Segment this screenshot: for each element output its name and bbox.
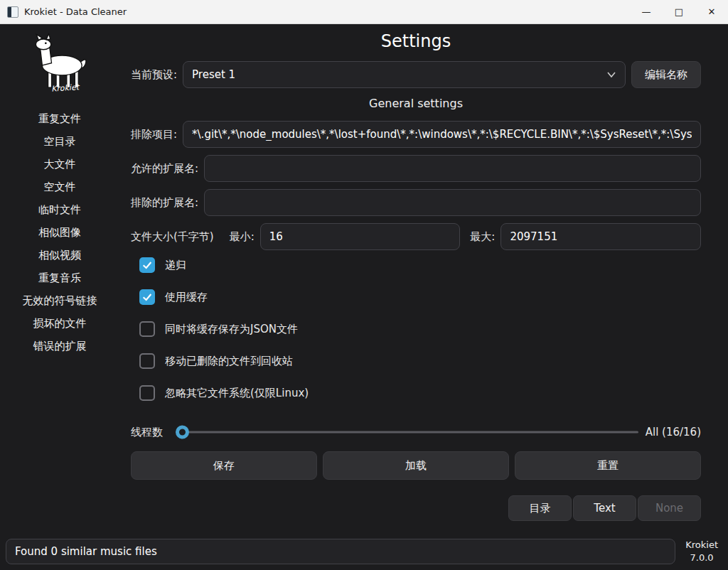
sidebar-item-similar-videos[interactable]: 相似视频: [0, 244, 119, 267]
move-to-trash-label: 移动已删除的文件到回收站: [165, 355, 293, 368]
sidebar-item-empty-dirs[interactable]: 空目录: [0, 130, 119, 153]
threads-label: 线程数: [131, 426, 163, 439]
file-size-row: 文件大小(千字节) 最小: 最大:: [131, 223, 701, 250]
json-cache-label: 同时将缓存保存为JSON文件: [165, 323, 298, 336]
app-name: Krokiet: [685, 539, 718, 552]
excluded-extensions-row: 排除的扩展名:: [131, 189, 701, 216]
status-message-input[interactable]: [6, 539, 675, 564]
logo-text: Krokiet: [51, 82, 80, 94]
use-cache-row: 使用缓存: [139, 289, 701, 305]
main-area: Krokiet 重复文件 空目录 大文件 空文件 临时文件 相似图像 相似视频 …: [0, 24, 728, 533]
sidebar-item-bad-extensions[interactable]: 错误的扩展: [0, 335, 119, 357]
max-size-input[interactable]: [500, 223, 701, 250]
recursive-label: 递归: [165, 259, 186, 272]
chevron-down-icon: [606, 71, 616, 78]
reset-button[interactable]: 重置: [515, 451, 701, 480]
excluded-items-label: 排除项目:: [131, 128, 177, 141]
ignore-other-fs-checkbox[interactable]: [139, 385, 155, 401]
max-label: 最大:: [470, 230, 495, 244]
titlebar: Krokiet - Data Cleaner — □ ✕: [0, 0, 728, 24]
load-button[interactable]: 加载: [323, 451, 509, 480]
allowed-extensions-label: 允许的扩展名:: [131, 162, 198, 176]
json-cache-checkbox[interactable]: [139, 321, 155, 337]
general-settings-title: General settings: [131, 97, 701, 112]
action-buttons: 保存 加载 重置: [131, 451, 701, 480]
min-size-input[interactable]: [260, 223, 461, 250]
none-button: None: [638, 495, 701, 521]
allowed-extensions-input[interactable]: [204, 155, 701, 182]
excluded-items-input[interactable]: [183, 121, 701, 148]
sidebar-item-duplicate-files[interactable]: 重复文件: [0, 107, 119, 130]
sidebar-item-music-duplicates[interactable]: 重复音乐: [0, 267, 119, 289]
window-controls: — □ ✕: [630, 0, 728, 23]
app-version-block: Krokiet 7.0.0: [681, 539, 722, 564]
json-cache-row: 同时将缓存保存为JSON文件: [139, 321, 701, 337]
preset-select[interactable]: Preset 1: [183, 61, 626, 88]
ignore-other-fs-row: 忽略其它文件系统(仅限Linux): [139, 385, 701, 401]
directories-button[interactable]: 目录: [508, 495, 572, 521]
threads-slider[interactable]: [176, 425, 638, 439]
allowed-extensions-row: 允许的扩展名:: [131, 155, 701, 182]
app-version: 7.0.0: [685, 552, 718, 564]
logo: Krokiet: [24, 33, 95, 100]
threads-row: 线程数 All (16/16): [131, 424, 701, 440]
settings-panel: Settings 当前预设: Preset 1 编辑名称 General set…: [119, 24, 728, 533]
close-button[interactable]: ✕: [695, 0, 728, 23]
save-button[interactable]: 保存: [131, 451, 317, 480]
app-icon: [7, 6, 18, 18]
file-size-label: 文件大小(千字节): [131, 230, 214, 244]
edit-name-button[interactable]: 编辑名称: [631, 61, 701, 88]
window-title: Krokiet - Data Cleaner: [24, 6, 127, 17]
recursive-row: 递归: [139, 257, 701, 273]
excluded-extensions-input[interactable]: [204, 189, 701, 216]
selection-mode-group: 目录 Text None: [131, 495, 701, 521]
slider-track[interactable]: [176, 431, 638, 434]
sidebar-item-similar-images[interactable]: 相似图像: [0, 221, 119, 244]
preset-label: 当前预设:: [131, 68, 177, 82]
check-icon: [141, 259, 153, 271]
sidebar-item-invalid-symlinks[interactable]: 无效的符号链接: [0, 289, 119, 312]
page-title: Settings: [131, 31, 701, 53]
status-bar: Krokiet 7.0.0: [0, 533, 728, 570]
move-to-trash-checkbox[interactable]: [139, 353, 155, 369]
min-label: 最小:: [230, 230, 255, 244]
sidebar-item-temp-files[interactable]: 临时文件: [0, 198, 119, 221]
sidebar-item-broken-files[interactable]: 损坏的文件: [0, 312, 119, 335]
sidebar-item-big-files[interactable]: 大文件: [0, 153, 119, 176]
use-cache-label: 使用缓存: [165, 291, 208, 304]
maximize-button[interactable]: □: [663, 0, 695, 23]
llama-logo-icon: [24, 33, 95, 91]
preset-select-value: Preset 1: [192, 68, 606, 81]
minimize-button[interactable]: —: [630, 0, 663, 23]
slider-handle[interactable]: [176, 426, 189, 439]
recursive-checkbox[interactable]: [139, 257, 155, 273]
text-button[interactable]: Text: [573, 495, 636, 521]
sidebar: Krokiet 重复文件 空目录 大文件 空文件 临时文件 相似图像 相似视频 …: [0, 24, 119, 533]
use-cache-checkbox[interactable]: [139, 289, 155, 305]
excluded-extensions-label: 排除的扩展名:: [131, 196, 198, 210]
move-to-trash-row: 移动已删除的文件到回收站: [139, 353, 701, 369]
ignore-other-fs-label: 忽略其它文件系统(仅限Linux): [165, 387, 309, 400]
excluded-items-row: 排除项目:: [131, 121, 701, 148]
check-icon: [141, 291, 153, 303]
threads-value: All (16/16): [646, 426, 701, 439]
sidebar-item-empty-files[interactable]: 空文件: [0, 176, 119, 198]
preset-row: 当前预设: Preset 1 编辑名称: [131, 61, 701, 88]
sidebar-menu: 重复文件 空目录 大文件 空文件 临时文件 相似图像 相似视频 重复音乐 无效的…: [0, 107, 119, 357]
